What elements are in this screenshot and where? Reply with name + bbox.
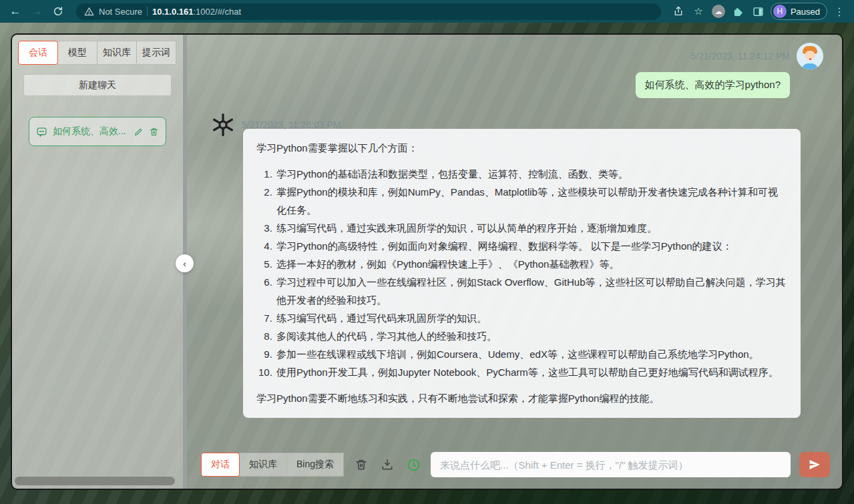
- forward-icon[interactable]: →: [28, 3, 45, 20]
- extensions-puzzle-icon[interactable]: [730, 3, 746, 19]
- browser-profile-button[interactable]: H Paused: [771, 3, 827, 20]
- security-label: Not Secure: [99, 7, 142, 17]
- profile-status-label: Paused: [791, 7, 820, 17]
- message-list: 5/21/2023, 11:24:12 PM 如何系统、高效的学习python?: [187, 35, 842, 452]
- assistant-list-item: 练习编写代码，通过写代码来巩固所学的知识。: [275, 309, 787, 327]
- sidebar-tab[interactable]: 会话: [18, 41, 58, 65]
- chat-bubble-icon: [36, 126, 47, 138]
- chat-footer: 对话 知识库 Bing搜索: [187, 452, 842, 489]
- send-button[interactable]: [799, 452, 830, 477]
- cloud-extension-icon[interactable]: ☁: [710, 3, 726, 19]
- app-window: 会话 模型 知识库 提示词 新建聊天 如何系统、高效...: [11, 33, 843, 490]
- sidebar-tab[interactable]: 模型: [57, 41, 97, 65]
- browser-menu-icon[interactable]: ⋮: [831, 3, 847, 19]
- browser-toolbar: ← → Not Secure 10.1.0.161:1002/#/chat ☆ …: [0, 0, 854, 23]
- url-host: 10.1.0.161:1002/#/chat: [152, 7, 241, 17]
- sidebar-horizontal-scrollbar[interactable]: [15, 477, 175, 485]
- assistant-list-item: 学习Python的基础语法和数据类型，包括变量、运算符、控制流、函数、类等。: [275, 165, 787, 183]
- assistant-list-item: 多阅读其他人的代码，学习其他人的经验和技巧。: [275, 327, 787, 345]
- edit-icon[interactable]: [134, 127, 144, 137]
- warning-icon: [84, 7, 94, 17]
- user-message-timestamp: 5/21/2023, 11:24:12 PM: [691, 51, 790, 61]
- history-clock-icon[interactable]: [405, 456, 422, 473]
- reload-icon[interactable]: [49, 3, 67, 20]
- assistant-list-item: 掌握Python的模块和库，例如NumPy、Pandas、Matplotlib等…: [275, 183, 787, 219]
- side-panel-icon[interactable]: [751, 3, 767, 19]
- openai-logo-icon: [211, 113, 235, 137]
- assistant-message: 5/21/2023, 11:26:03 PM 学习Python需要掌握以下几个方…: [202, 113, 823, 418]
- message-input[interactable]: [431, 452, 791, 477]
- assistant-message-bubble: 学习Python需要掌握以下几个方面： 学习Python的基础语法和数据类型，包…: [243, 129, 801, 418]
- profile-avatar: H: [773, 5, 787, 18]
- user-message-bubble: 如何系统、高效的学习python?: [636, 72, 790, 98]
- sidebar-collapse-button[interactable]: ‹: [176, 254, 194, 272]
- sidebar: 会话 模型 知识库 提示词 新建聊天 如何系统、高效...: [12, 35, 183, 489]
- assistant-list-item: 学习Python的高级特性，例如面向对象编程、网络编程、数据科学等。 以下是一些…: [275, 237, 787, 255]
- back-icon[interactable]: ←: [7, 3, 24, 20]
- url-separator: [147, 7, 148, 16]
- footer-tab[interactable]: 对话: [201, 453, 240, 477]
- bookmark-star-icon[interactable]: ☆: [690, 3, 706, 19]
- delete-icon[interactable]: [149, 127, 159, 137]
- clear-trash-icon[interactable]: [353, 456, 370, 473]
- url-path: :1002/#/chat: [194, 7, 242, 17]
- footer-tab[interactable]: 知识库: [239, 453, 287, 477]
- assistant-outro: 学习Python需要不断地练习和实践，只有不断地尝试和探索，才能掌握Python…: [256, 389, 787, 407]
- sidebar-tabs: 会话 模型 知识库 提示词: [19, 41, 176, 65]
- assistant-list-item: 使用Python开发工具，例如Jupyter Notebook、PyCharm等…: [275, 363, 787, 381]
- assistant-list-item: 参加一些在线课程或线下培训，例如Coursera、Udemy、edX等，这些课程…: [275, 345, 787, 363]
- conversation-list-item[interactable]: 如何系统、高效...: [29, 117, 166, 146]
- sidebar-tab[interactable]: 知识库: [97, 41, 137, 65]
- footer-tab[interactable]: Bing搜索: [286, 453, 344, 477]
- send-plane-icon: [808, 458, 821, 471]
- assistant-list: 学习Python的基础语法和数据类型，包括变量、运算符、控制流、函数、类等。掌握…: [256, 165, 787, 381]
- assistant-list-item: 学习过程中可以加入一些在线编程社区，例如Stack Overflow、GitHu…: [275, 273, 787, 309]
- assistant-intro: 学习Python需要掌握以下几个方面：: [256, 139, 787, 157]
- user-message: 5/21/2023, 11:24:12 PM 如何系统、高效的学习python?: [202, 43, 823, 98]
- assistant-message-timestamp: 5/21/2023, 11:26:03 PM: [242, 119, 341, 130]
- user-avatar: [797, 43, 823, 69]
- download-icon[interactable]: [379, 456, 396, 473]
- conversation-title: 如何系统、高效...: [53, 125, 128, 138]
- address-bar[interactable]: Not Secure 10.1.0.161:1002/#/chat: [76, 3, 661, 20]
- footer-tabs: 对话 知识库 Bing搜索: [202, 453, 344, 477]
- leaf-background: 会话 模型 知识库 提示词 新建聊天 如何系统、高效...: [0, 23, 854, 504]
- assistant-list-item: 选择一本好的教材，例如《Python编程快速上手》、《Python基础教程》等。: [275, 255, 787, 273]
- assistant-list-item: 练习编写代码，通过实践来巩固所学的知识，可以从简单的程序开始，逐渐增加难度。: [275, 219, 787, 237]
- share-icon[interactable]: [670, 3, 686, 19]
- chat-panel: 5/21/2023, 11:24:12 PM 如何系统、高效的学习python?: [187, 35, 842, 489]
- new-chat-button[interactable]: 新建聊天: [23, 74, 172, 96]
- sidebar-tab[interactable]: 提示词: [136, 41, 176, 65]
